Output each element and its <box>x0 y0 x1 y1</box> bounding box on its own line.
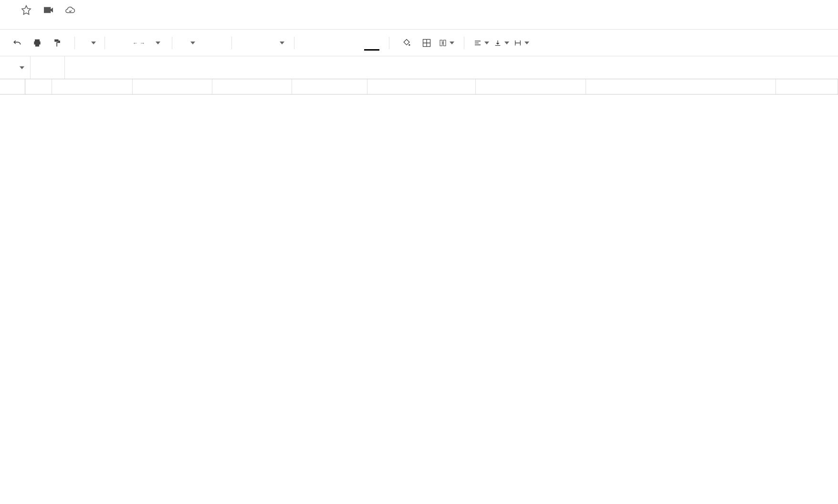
name-box[interactable] <box>0 56 31 79</box>
svg-rect-3 <box>443 40 446 46</box>
fx-icon <box>31 56 65 79</box>
move-icon[interactable] <box>43 5 53 17</box>
column-headers <box>0 79 838 94</box>
text-color-button[interactable] <box>364 35 379 51</box>
col-header-b[interactable] <box>52 79 133 94</box>
svg-rect-2 <box>440 40 442 46</box>
paint-format-icon[interactable] <box>50 35 65 51</box>
wrap-icon[interactable] <box>514 35 529 51</box>
merge-icon[interactable] <box>439 35 454 51</box>
formula-input[interactable] <box>65 56 838 79</box>
menu-bar <box>0 20 838 30</box>
col-header-d[interactable] <box>212 79 292 94</box>
more-formats-button[interactable] <box>149 42 162 44</box>
select-all-corner[interactable] <box>0 79 25 94</box>
h-align-icon[interactable] <box>474 35 489 51</box>
v-align-icon[interactable] <box>494 35 509 51</box>
strike-button[interactable] <box>344 35 359 51</box>
italic-button[interactable] <box>324 35 339 51</box>
col-header-g[interactable] <box>476 79 586 94</box>
borders-icon[interactable] <box>419 35 434 51</box>
col-header-f[interactable] <box>367 79 476 94</box>
star-icon[interactable] <box>21 5 31 17</box>
title-bar <box>0 0 838 20</box>
undo-icon[interactable] <box>10 35 25 51</box>
svg-point-0 <box>409 44 410 45</box>
col-header-h[interactable] <box>586 79 776 94</box>
print-icon[interactable] <box>30 35 45 51</box>
bold-button[interactable] <box>304 35 319 51</box>
font-select[interactable] <box>178 42 226 44</box>
toolbar: ← → <box>0 30 838 56</box>
zoom-select[interactable] <box>81 42 99 44</box>
fill-color-icon[interactable] <box>399 35 414 51</box>
col-header-a[interactable] <box>25 79 52 94</box>
col-header-c[interactable] <box>133 79 212 94</box>
font-size-select[interactable] <box>238 42 288 44</box>
cloud-icon[interactable] <box>65 5 75 17</box>
col-header-e[interactable] <box>292 79 367 94</box>
formula-bar <box>0 56 838 79</box>
col-header-i[interactable] <box>776 79 838 94</box>
